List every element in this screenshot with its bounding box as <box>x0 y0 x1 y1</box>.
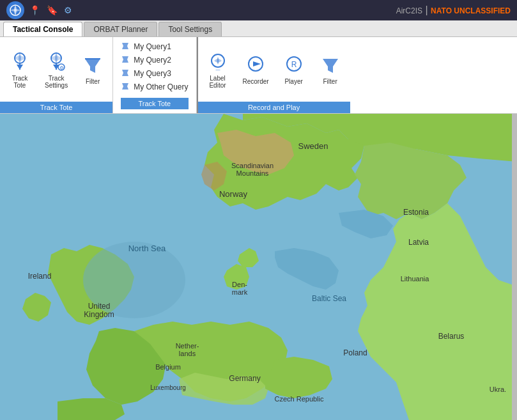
svg-text:Estonia: Estonia <box>403 208 429 217</box>
svg-marker-9 <box>122 43 128 49</box>
svg-text:mark: mark <box>232 288 248 296</box>
svg-text:Czech Republic: Czech Republic <box>274 395 324 403</box>
svg-text:Den-: Den- <box>232 281 247 288</box>
record-play-buttons: — LabelEditor Recorder <box>198 37 350 102</box>
tab-orbat-planner[interactable]: ORBAT Planner <box>84 22 157 36</box>
query-item-2[interactable]: My Query2 <box>121 55 188 66</box>
svg-text:lands: lands <box>179 350 196 357</box>
recorder-button[interactable]: Recorder <box>238 40 274 98</box>
toolbar: TrackTote ⚙ TrackSettings <box>0 37 517 114</box>
svg-text:Nether-: Nether- <box>176 342 199 350</box>
track-settings-label-text: TrackSettings <box>45 75 68 89</box>
svg-text:Mountains: Mountains <box>236 169 269 177</box>
svg-marker-19 <box>323 59 338 73</box>
tab-bar: Tactical Console ORBAT Planner Tool Sett… <box>0 20 517 37</box>
track-settings-button[interactable]: ⚙ TrackSettings <box>40 40 73 98</box>
tab-tactical-console[interactable]: Tactical Console <box>3 22 82 36</box>
query-item-4[interactable]: My Other Query <box>121 82 188 93</box>
settings-icon[interactable]: ⚙ <box>64 5 72 15</box>
svg-text:Baltic Sea: Baltic Sea <box>312 294 346 303</box>
top-bar-left: 📍 🔖 ⚙ <box>6 1 72 19</box>
svg-marker-10 <box>122 56 128 63</box>
record-play-section: — LabelEditor Recorder <box>198 37 350 113</box>
label-editor-button[interactable]: — LabelEditor <box>201 40 235 98</box>
svg-marker-12 <box>122 83 128 89</box>
track-tote-button[interactable]: TrackTote <box>3 40 36 98</box>
query-icon-1 <box>121 42 130 52</box>
recorder-label-text: Recorder <box>243 78 269 85</box>
track-tote-icon <box>8 51 31 74</box>
svg-text:Poland: Poland <box>343 348 367 357</box>
track-tote-section: TrackTote ⚙ TrackSettings <box>0 37 113 113</box>
label-editor-label-text: LabelEditor <box>209 75 226 89</box>
svg-text:Luxembourg: Luxembourg <box>150 384 186 391</box>
svg-text:North Sea: North Sea <box>128 244 166 253</box>
query-label-1: My Query1 <box>134 42 171 51</box>
query-label-3: My Query3 <box>134 69 171 78</box>
record-play-section-label: Record and Play <box>198 102 350 113</box>
bookmark-icon[interactable]: 🔖 <box>47 5 58 15</box>
filter-icon <box>81 54 104 77</box>
map-svg: Sweden Scandinavian Mountains Norway Nor… <box>0 114 517 420</box>
nato-badge: NATO UNCLASSIFIED <box>431 6 511 15</box>
svg-text:Latvia: Latvia <box>408 238 429 247</box>
svg-marker-11 <box>122 70 128 76</box>
svg-text:Belarus: Belarus <box>438 332 465 341</box>
query-label-4: My Other Query <box>134 82 188 91</box>
svg-text:Belgium: Belgium <box>155 363 181 371</box>
record-filter-button[interactable]: Filter <box>314 40 347 98</box>
svg-text:Germany: Germany <box>229 374 260 383</box>
record-filter-icon <box>319 54 342 77</box>
map-container[interactable]: Sweden Scandinavian Mountains Norway Nor… <box>0 114 517 420</box>
svg-text:⚙: ⚙ <box>59 65 64 71</box>
top-bar: 📍 🔖 ⚙ AirC2IS | NATO UNCLASSIFIED <box>0 0 517 20</box>
classification-bar: AirC2IS | NATO UNCLASSIFIED <box>396 4 511 16</box>
svg-text:Kingdom: Kingdom <box>84 310 114 319</box>
player-icon: R <box>282 54 305 77</box>
track-tote-label-text: TrackTote <box>12 75 28 89</box>
svg-text:—: — <box>215 67 220 72</box>
query-icon-3 <box>121 68 130 79</box>
filter-button[interactable]: Filter <box>76 40 109 98</box>
svg-text:Ireland: Ireland <box>28 272 52 281</box>
svg-text:United: United <box>88 302 111 311</box>
svg-text:Ukra.: Ukra. <box>490 385 506 393</box>
tab-tool-settings[interactable]: Tool Settings <box>158 22 222 36</box>
query-item-3[interactable]: My Query3 <box>121 68 188 79</box>
filter-label-text: Filter <box>86 78 100 85</box>
track-tote-section-label: Track Tote <box>0 102 112 113</box>
svg-marker-7 <box>85 59 100 73</box>
query-label-2: My Query2 <box>134 56 171 65</box>
query-section: My Query1 My Query2 My Query3 <box>113 37 196 113</box>
recorder-icon <box>244 54 267 77</box>
app-name: AirC2IS <box>396 6 422 15</box>
query-icon-4 <box>121 82 130 93</box>
scrollbar[interactable] <box>512 114 517 420</box>
svg-marker-16 <box>253 61 261 66</box>
svg-text:R: R <box>291 60 297 69</box>
query-item-1[interactable]: My Query1 <box>121 42 188 52</box>
svg-text:Lithuania: Lithuania <box>401 275 430 283</box>
record-filter-label-text: Filter <box>323 78 337 85</box>
track-tote-buttons: TrackTote ⚙ TrackSettings <box>0 37 112 102</box>
player-button[interactable]: R Player <box>277 40 311 98</box>
player-label-text: Player <box>284 78 302 85</box>
app-logo[interactable] <box>6 1 24 19</box>
svg-text:Scandinavian: Scandinavian <box>231 162 274 169</box>
query-icon-2 <box>121 55 130 66</box>
top-bar-icons: 📍 🔖 ⚙ <box>29 5 72 15</box>
svg-text:Norway: Norway <box>219 189 248 199</box>
svg-text:Sweden: Sweden <box>298 141 328 151</box>
track-settings-icon: ⚙ <box>45 51 68 74</box>
location-icon[interactable]: 📍 <box>29 5 40 15</box>
track-tote-queries-label: Track Tote <box>121 98 188 109</box>
label-editor-icon: — <box>206 51 229 74</box>
